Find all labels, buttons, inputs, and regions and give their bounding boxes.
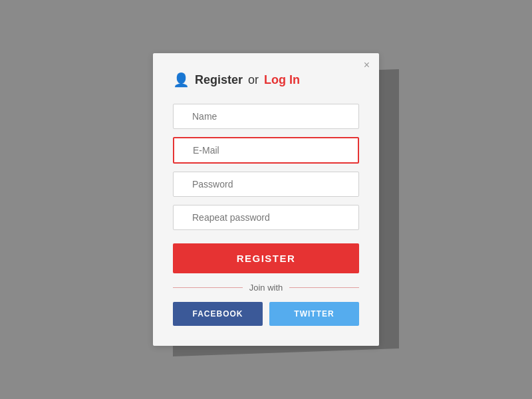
modal-title: 👤 Register or Log In [173, 72, 359, 88]
email-input-wrapper: ► [173, 137, 359, 164]
facebook-button[interactable]: FACEBOOK [173, 302, 263, 326]
social-buttons: FACEBOOK TWITTER [173, 302, 359, 326]
registration-modal: × 👤 Register or Log In ► ► ► [153, 53, 379, 346]
modal-wrapper: × 👤 Register or Log In ► ► ► [153, 53, 379, 346]
name-input[interactable] [173, 104, 359, 129]
close-button[interactable]: × [364, 60, 370, 70]
login-link[interactable]: Log In [264, 73, 300, 87]
name-input-wrapper: ► [173, 104, 359, 129]
join-with-label: Join with [249, 283, 283, 293]
register-label: Register [195, 73, 243, 87]
user-icon: 👤 [173, 72, 190, 88]
repeat-password-input[interactable] [173, 205, 359, 230]
password-field-group: ► [173, 172, 359, 197]
email-field-group: ► [173, 137, 359, 164]
name-field-group: ► [173, 104, 359, 129]
password-input-wrapper: ► [173, 172, 359, 197]
register-button[interactable]: REGISTER [173, 243, 359, 273]
join-line-right [289, 287, 359, 288]
join-line-left [173, 287, 243, 288]
email-input[interactable] [173, 137, 359, 164]
password-input[interactable] [173, 172, 359, 197]
join-with-section: Join with [173, 283, 359, 293]
repeat-password-field-group: ► [173, 205, 359, 230]
twitter-button[interactable]: TWITTER [269, 302, 359, 326]
repeat-password-input-wrapper: ► [173, 205, 359, 230]
or-label: or [248, 73, 259, 87]
